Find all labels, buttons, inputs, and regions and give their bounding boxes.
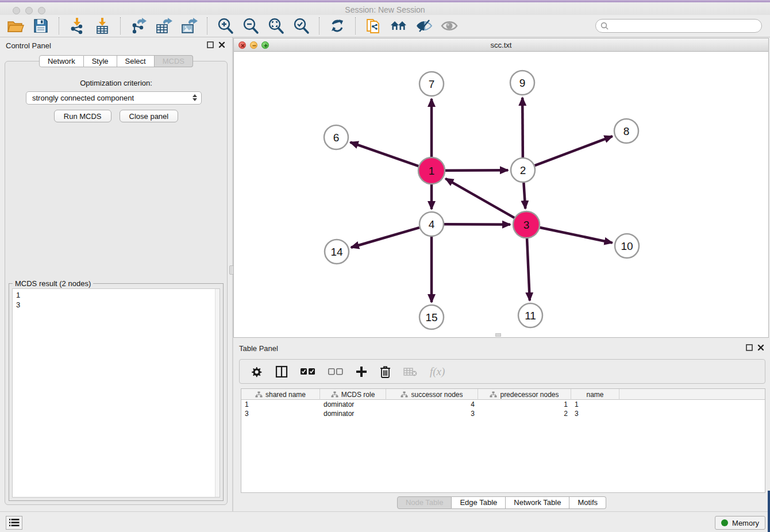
table-header-row: shared name MCDS role successor nodes pr… (241, 389, 765, 400)
mcds-panel-body: Optimization criterion: strongly connect… (5, 61, 228, 505)
graph-node-label-9: 9 (519, 77, 526, 89)
refresh-icon[interactable] (328, 17, 347, 35)
column-chooser-icon[interactable] (275, 365, 288, 378)
graph-edge-3-1[interactable] (445, 179, 514, 218)
graph-edge-4-14[interactable] (351, 228, 419, 248)
tab-select[interactable]: Select (117, 55, 155, 67)
graph-node-label-8: 8 (623, 125, 630, 137)
search-input[interactable] (611, 22, 757, 30)
tab-edge-table[interactable]: Edge Table (452, 496, 506, 509)
graph-node-label-2: 2 (520, 164, 526, 176)
float-panel-icon[interactable] (207, 41, 214, 48)
graph-node-label-7: 7 (429, 78, 435, 90)
zoom-out-icon[interactable] (241, 17, 260, 35)
add-column-icon[interactable] (356, 366, 367, 377)
mcds-result-text[interactable]: 1 3 (12, 288, 220, 498)
toolbar-separator (319, 17, 319, 34)
table-row[interactable]: 1dominator411 (241, 400, 765, 409)
close-panel-icon[interactable] (218, 41, 225, 48)
tree-icon (490, 391, 497, 398)
open-recent-icon[interactable] (364, 17, 383, 35)
toolbar-separator (207, 17, 207, 34)
network-canvas[interactable]: 7968124314101511 (234, 52, 768, 337)
export-table-icon[interactable] (154, 17, 174, 35)
import-network-icon[interactable] (67, 17, 87, 35)
column-header-mcds-role[interactable]: MCDS role (320, 389, 386, 400)
open-session-icon[interactable] (6, 17, 25, 35)
app-titlebar: Session: New Session (0, 2, 770, 15)
dropdown-stepper-icon (192, 94, 197, 101)
graph-node-label-14: 14 (330, 246, 343, 258)
export-network-icon[interactable] (129, 17, 148, 35)
tab-style[interactable]: Style (84, 55, 117, 67)
graph-node-label-15: 15 (425, 311, 437, 323)
table-body: 1dominator4113dominator323 (241, 400, 765, 418)
graph-edge-3-10[interactable] (540, 228, 612, 243)
table-cell[interactable]: dominator (320, 400, 386, 409)
graph-node-label-4: 4 (429, 218, 435, 230)
column-header-successor-nodes[interactable]: successor nodes (386, 389, 478, 400)
close-table-panel-icon[interactable] (757, 344, 764, 351)
desktop-background-sliver (768, 491, 770, 532)
result-scrollbar[interactable] (215, 289, 220, 497)
table-cell[interactable]: dominator (320, 409, 386, 418)
table-cell[interactable]: 1 (241, 400, 320, 409)
memory-button[interactable]: Memory (715, 516, 765, 530)
import-table-icon[interactable] (93, 17, 112, 35)
column-header-predecessor-nodes[interactable]: predecessor nodes (478, 389, 571, 400)
deselect-all-icon[interactable] (328, 368, 343, 376)
graph-edge-3-11[interactable] (527, 238, 530, 300)
home-icon[interactable] (389, 17, 409, 35)
network-window-titlebar[interactable]: scc.txt (234, 38, 768, 52)
graph-edge-1-6[interactable] (351, 142, 419, 167)
toolbar-separator (59, 17, 59, 34)
table-cell[interactable]: 3 (571, 409, 619, 418)
float-table-panel-icon[interactable] (746, 344, 753, 351)
graph-edge-4-3[interactable] (444, 224, 510, 225)
table-cell[interactable]: 4 (386, 400, 478, 409)
close-panel-button[interactable]: Close panel (120, 110, 179, 122)
tree-icon (401, 391, 408, 398)
tab-node-table[interactable]: Node Table (397, 496, 452, 509)
delete-column-trash-icon[interactable] (380, 365, 391, 378)
table-panel-title: Table Panel (239, 344, 278, 353)
column-header-shared-name[interactable]: shared name (241, 389, 320, 400)
toolbar-separator (120, 17, 121, 34)
zoom-fit-icon[interactable] (266, 17, 286, 35)
tab-network-table[interactable]: Network Table (506, 496, 569, 509)
graph-edge-2-9[interactable] (522, 98, 523, 157)
zoom-selected-icon[interactable] (291, 17, 311, 35)
graph-node-label-6: 6 (333, 132, 340, 144)
table-settings-gear-icon[interactable] (250, 365, 263, 378)
network-window-title: scc.txt (234, 41, 768, 49)
graph-node-label-10: 10 (621, 240, 633, 252)
graph-edge-1-2[interactable] (445, 170, 508, 171)
network-resize-grip[interactable] (495, 333, 501, 337)
graph-node-label-3: 3 (523, 219, 530, 231)
table-cell[interactable]: 1 (571, 400, 619, 409)
table-cell[interactable]: 3 (241, 409, 320, 418)
column-header-name[interactable]: name (571, 389, 619, 400)
select-all-icon[interactable] (301, 368, 315, 376)
optimization-criterion-select[interactable]: strongly connected component (26, 91, 202, 105)
delete-table-icon-disabled (403, 367, 417, 376)
control-panel-tabs: Network Style Select MCDS (0, 55, 232, 67)
show-panel-eye-icon[interactable] (440, 17, 459, 35)
tab-motifs[interactable]: Motifs (569, 496, 606, 509)
table-cell[interactable]: 3 (386, 409, 478, 418)
main-toolbar (0, 15, 770, 37)
zoom-in-icon[interactable] (215, 17, 235, 35)
tab-mcds[interactable]: MCDS (155, 55, 193, 67)
tab-network[interactable]: Network (39, 55, 84, 67)
task-history-button[interactable] (6, 516, 22, 530)
export-image-icon[interactable] (179, 17, 199, 35)
graph-edge-2-3[interactable] (523, 183, 525, 209)
save-session-icon[interactable] (31, 17, 51, 35)
hide-panel-eye-icon[interactable] (414, 17, 434, 35)
search-field[interactable] (595, 19, 762, 33)
table-cell[interactable]: 2 (478, 409, 571, 418)
graph-edge-2-8[interactable] (535, 136, 613, 165)
table-row[interactable]: 3dominator323 (241, 409, 765, 418)
table-cell[interactable]: 1 (478, 400, 571, 409)
run-mcds-button[interactable]: Run MCDS (54, 110, 111, 122)
